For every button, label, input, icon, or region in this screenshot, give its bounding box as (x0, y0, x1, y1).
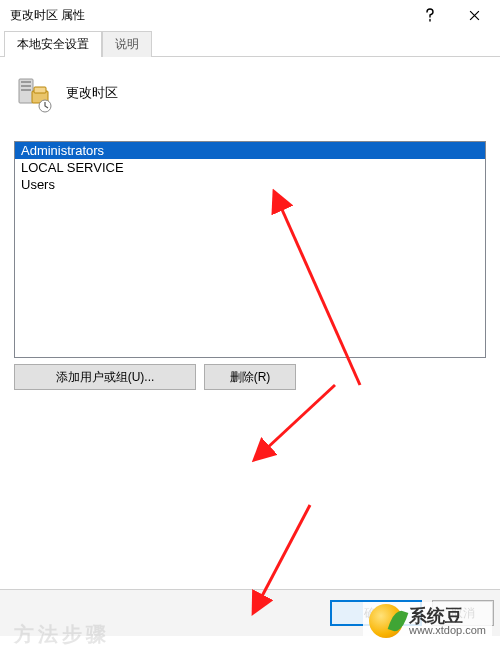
help-button[interactable] (408, 0, 452, 30)
svg-rect-5 (34, 87, 46, 93)
help-icon (425, 8, 435, 22)
tab-strip: 本地安全设置 说明 (0, 30, 500, 56)
close-button[interactable] (452, 0, 496, 30)
watermark-name: 系统豆 (409, 607, 486, 625)
tab-explain[interactable]: 说明 (102, 31, 152, 57)
principals-listbox[interactable]: AdministratorsLOCAL SERVICEUsers (14, 141, 486, 358)
watermark-url: www.xtdop.com (409, 625, 486, 636)
list-buttons-row: 添加用户或组(U)... 删除(R) (14, 364, 486, 390)
remove-button[interactable]: 删除(R) (204, 364, 296, 390)
watermark: 系统豆 www.xtdop.com (363, 602, 492, 640)
background-page-text: 方法步骤 (14, 618, 110, 650)
close-icon (469, 10, 480, 21)
svg-rect-3 (21, 89, 31, 91)
list-item[interactable]: Administrators (15, 142, 485, 159)
list-item[interactable]: LOCAL SERVICE (15, 159, 485, 176)
properties-dialog: 更改时区 属性 本地安全设置 说明 (0, 0, 500, 650)
svg-line-9 (260, 505, 310, 600)
window-title: 更改时区 属性 (10, 7, 408, 24)
tab-local-security[interactable]: 本地安全设置 (4, 31, 102, 57)
watermark-logo-icon (369, 604, 403, 638)
add-user-or-group-button[interactable]: 添加用户或组(U)... (14, 364, 196, 390)
policy-icon (14, 73, 52, 113)
policy-header: 更改时区 (10, 69, 490, 141)
policy-name: 更改时区 (66, 84, 118, 102)
svg-rect-1 (21, 81, 31, 83)
svg-rect-2 (21, 85, 31, 87)
list-item[interactable]: Users (15, 176, 485, 193)
tab-panel: 更改时区 AdministratorsLOCAL SERVICEUsers 添加… (0, 56, 500, 402)
titlebar: 更改时区 属性 (0, 0, 500, 30)
